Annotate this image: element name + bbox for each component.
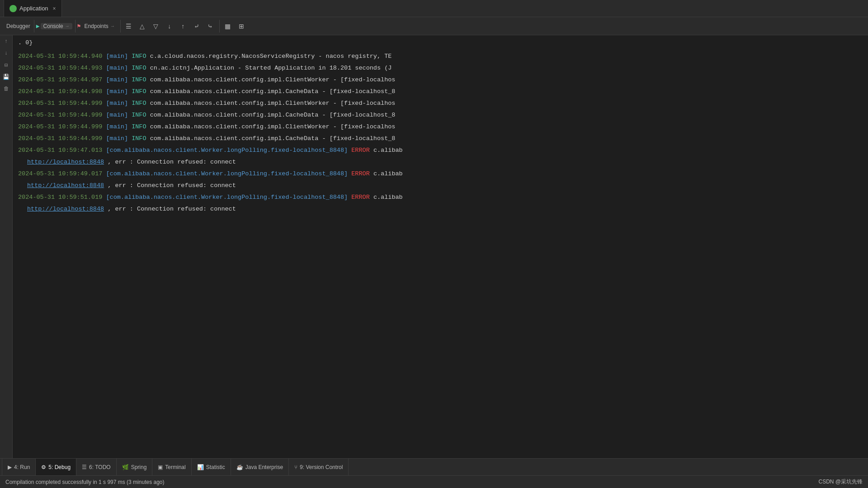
todo-tab-label: 6: TODO <box>89 464 111 470</box>
status-bar: Compilation completed successfully in 1 … <box>0 475 868 488</box>
bottom-tabs: ▶ 4: Run ⚙ 5: Debug ☰ 6: TODO 🌿 Spring ▣… <box>0 458 868 475</box>
log-line-error: 2024-05-31 10:59:47.013 [com.alibaba.nac… <box>13 145 868 156</box>
scroll-up-btn[interactable]: ↑ <box>2 37 11 46</box>
log-line: 2024-05-31 10:59:44.999 [main] INFO com.… <box>13 109 868 121</box>
endpoints-pin: → <box>110 23 115 28</box>
log-line: 2024-05-31 10:59:44.999 [main] INFO com.… <box>13 98 868 109</box>
log-line-error: 2024-05-31 10:59:51.019 [com.alibaba.nac… <box>13 192 868 203</box>
run-tab-label: 4: Run <box>14 464 30 470</box>
status-right: CSDN @采坑先锋 <box>818 478 863 486</box>
scroll-down-btn[interactable]: ↓ <box>2 49 11 58</box>
console-pin: → <box>65 23 70 28</box>
tab-debug[interactable]: ⚙ 5: Debug <box>36 459 76 475</box>
endpoints-section: ⚑ Endpoints → <box>75 20 119 33</box>
java-enterprise-icon: ☕ <box>236 464 243 470</box>
statistic-icon: 📊 <box>197 464 204 470</box>
columns-btn[interactable]: ⊞ <box>235 20 248 33</box>
table-btn[interactable]: ▦ <box>222 20 234 33</box>
up-btn[interactable]: △ <box>136 20 149 33</box>
endpoints-icon: ⚑ <box>77 23 81 30</box>
status-text: Compilation completed successfully in 1 … <box>5 479 165 485</box>
debug-tab-label: 5: Debug <box>48 464 71 470</box>
log-line: 2024-05-31 10:59:44.998 [main] INFO com.… <box>13 86 868 98</box>
tab-bar: Application × <box>0 0 868 17</box>
console-btn[interactable]: Console → <box>41 23 72 29</box>
up2-btn[interactable]: ↑ <box>177 20 189 33</box>
log-line: 2024-05-31 10:59:44.993 [main] INFO cn.a… <box>13 62 868 74</box>
spring-icon: 🌿 <box>122 464 129 470</box>
java-enterprise-tab-label: Java Enterprise <box>245 464 283 470</box>
clear-btn[interactable]: 🗑 <box>2 84 11 93</box>
tab-close-button[interactable]: × <box>53 5 56 12</box>
tab-statistic[interactable]: 📊 Statistic <box>192 459 231 475</box>
application-tab[interactable]: Application × <box>4 0 62 17</box>
log-line: 2024-05-31 10:59:44.999 [main] INFO com.… <box>13 121 868 133</box>
left-gutter: ↑ ↓ ⊟ 💾 🗑 <box>0 35 13 458</box>
down2-btn[interactable]: ↓ <box>163 20 176 33</box>
log-line-link: http://localhost:8848 , err : Connection… <box>13 203 868 215</box>
localhost-link[interactable]: http://localhost:8848 <box>27 206 104 212</box>
todo-icon: ☰ <box>82 464 87 470</box>
brace-line: . 0} <box>13 37 868 49</box>
console-section: ▶ Console → <box>34 20 74 33</box>
spring-tab-label: Spring <box>131 464 147 470</box>
log-line-link: http://localhost:8848 , err : Connection… <box>13 156 868 168</box>
toolbar: Debugger ▶ Console → ⚑ Endpoints → ☰ △ ▽… <box>0 17 868 35</box>
version-control-tab-label: 9: Version Control <box>300 464 343 470</box>
tab-run[interactable]: ▶ 4: Run <box>2 459 36 475</box>
endpoints-label: Endpoints <box>84 23 108 29</box>
log-content[interactable]: . 0} 2024-05-31 10:59:44.940 [main] INFO… <box>13 35 868 458</box>
console-label: Console <box>43 23 63 29</box>
debugger-btn[interactable]: Debugger <box>4 23 33 29</box>
log-line-link: http://localhost:8848 , err : Connection… <box>13 180 868 192</box>
toolbar-actions: ☰ △ ▽ ↓ ↑ ⤶ ⤷ <box>120 20 218 33</box>
localhost-link[interactable]: http://localhost:8848 <box>27 159 104 165</box>
tab-terminal[interactable]: ▣ Terminal <box>152 459 191 475</box>
terminal-tab-label: Terminal <box>165 464 185 470</box>
tab-spring[interactable]: 🌿 Spring <box>117 459 153 475</box>
log-line: 2024-05-31 10:59:44.997 [main] INFO com.… <box>13 74 868 86</box>
version-control-icon: ⑂ <box>294 464 297 470</box>
tab-version-control[interactable]: ⑂ 9: Version Control <box>289 459 349 475</box>
application-tab-label: Application <box>19 5 48 12</box>
filter-btn[interactable]: ⊟ <box>2 61 11 70</box>
save-btn[interactable]: 💾 <box>2 72 11 81</box>
down-btn[interactable]: ▽ <box>150 20 162 33</box>
statistic-tab-label: Statistic <box>206 464 225 470</box>
tab-java-enterprise[interactable]: ☕ Java Enterprise <box>231 459 289 475</box>
toolbar-view: ▦ ⊞ <box>219 20 250 33</box>
terminal-icon: ▣ <box>158 464 163 470</box>
log-line-error: 2024-05-31 10:59:49.017 [com.alibaba.nac… <box>13 168 868 180</box>
tab-todo[interactable]: ☰ 6: TODO <box>76 459 117 475</box>
wrap-btn[interactable]: ⤶ <box>190 20 203 33</box>
wrap2-btn[interactable]: ⤷ <box>204 20 217 33</box>
endpoints-btn[interactable]: Endpoints → <box>81 23 117 29</box>
console-icon: ▶ <box>36 23 40 30</box>
localhost-link[interactable]: http://localhost:8848 <box>27 182 104 189</box>
run-icon: ▶ <box>8 464 12 470</box>
log-line: 2024-05-31 10:59:44.999 [main] INFO com.… <box>13 133 868 145</box>
application-tab-icon <box>9 5 17 12</box>
debugger-label: Debugger <box>6 23 30 29</box>
list-view-btn[interactable]: ☰ <box>123 20 135 33</box>
debug-icon: ⚙ <box>41 464 46 470</box>
log-line: 2024-05-31 10:59:44.940 [main] INFO c.a.… <box>13 51 868 62</box>
console-area: ↑ ↓ ⊟ 💾 🗑 . 0} 2024-05-31 10:59:44.940 [… <box>0 35 868 458</box>
